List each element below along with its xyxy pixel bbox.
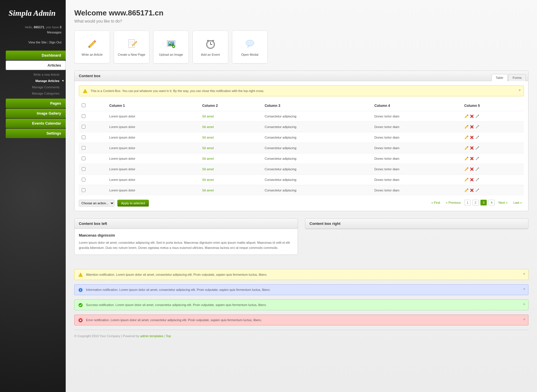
row-link[interactable]: Sit amet (202, 136, 214, 139)
delete-icon[interactable] (470, 188, 474, 193)
nav-item-pages[interactable]: Pages (6, 99, 66, 108)
page-number[interactable]: 3 (480, 200, 487, 205)
tools-icon[interactable] (475, 188, 480, 193)
edit-icon[interactable] (464, 167, 469, 171)
pencil-icon (86, 38, 98, 50)
shortcut-upload-an-image[interactable]: Upload an Image (153, 31, 189, 63)
content-box-right: Content box right (305, 218, 529, 229)
edit-icon[interactable] (464, 146, 469, 150)
row-checkbox[interactable] (82, 178, 85, 181)
row-link[interactable]: Sit amet (202, 167, 214, 171)
tools-icon[interactable] (475, 167, 480, 171)
page-prev[interactable]: « Previous (444, 200, 463, 205)
nav-item-settings[interactable]: Settings (6, 129, 66, 138)
tools-icon[interactable] (475, 114, 480, 119)
edit-icon[interactable] (464, 114, 469, 119)
page-last[interactable]: Last » (511, 200, 524, 205)
apply-button[interactable]: Apply to selected (117, 200, 149, 207)
svg-point-29 (79, 303, 83, 307)
select-all-checkbox[interactable] (82, 103, 85, 107)
table-notification: ! This is a Content Box. You can put wha… (79, 85, 524, 96)
svg-point-17 (478, 115, 479, 116)
nav-item-articles[interactable]: Articles (6, 61, 66, 70)
row-actions (464, 188, 521, 193)
delete-icon[interactable] (470, 135, 474, 140)
table-row: Lorem ipsum dolorSit ametConsectetur adi… (79, 122, 524, 132)
page-number[interactable]: 2 (472, 200, 479, 205)
tools-icon[interactable] (475, 125, 480, 129)
row-checkbox[interactable] (82, 188, 85, 192)
delete-icon[interactable] (470, 146, 474, 150)
nav-item-dashboard[interactable]: Dashboard (6, 51, 66, 60)
shortcut-write-an-article[interactable]: Write an Article (74, 31, 110, 63)
svg-point-14 (246, 40, 254, 46)
tab-forms[interactable]: Forms (508, 74, 526, 81)
row-link[interactable]: Sit amet (202, 115, 214, 118)
nav-item-image-gallery[interactable]: Image Gallery (6, 109, 66, 118)
shortcut-open-modal[interactable]: Open Modal (232, 31, 268, 63)
close-icon[interactable]: × (523, 302, 525, 306)
sign-out-link[interactable]: Sign Out (49, 41, 61, 44)
page-next[interactable]: Next » (496, 200, 510, 205)
row-checkbox[interactable] (82, 135, 85, 139)
subnav-item-manage-categories[interactable]: Manage Categories (0, 90, 66, 97)
column-header: Column 2 (199, 101, 262, 111)
page-first[interactable]: « First (429, 200, 442, 205)
footer-link-top[interactable]: Top (166, 334, 171, 338)
svg-point-19 (478, 136, 479, 137)
main-content: Welcome www.865171.cn What would you lik… (66, 0, 537, 392)
delete-icon[interactable] (470, 114, 474, 119)
close-icon[interactable]: × (523, 287, 525, 291)
row-actions (464, 114, 521, 119)
close-icon[interactable]: × (523, 272, 525, 276)
subnav-item-write-a-new-article[interactable]: Write a new Article (0, 71, 66, 78)
content-box-tabs: TableForms (491, 74, 526, 81)
row-link[interactable]: Sit amet (202, 157, 214, 160)
close-icon[interactable]: × (518, 88, 521, 92)
row-link[interactable]: Sit amet (202, 125, 214, 129)
logo: Simpla Admin (0, 0, 66, 25)
row-actions (464, 125, 521, 129)
success-notification: Success notification. Lorem ipsum dolor … (74, 299, 528, 310)
row-checkbox[interactable] (82, 146, 85, 150)
page-number[interactable]: 1 (464, 200, 471, 205)
tools-icon[interactable] (475, 177, 480, 182)
profile-links: Hello, 865171, you have 3 Messages View … (0, 25, 66, 51)
tools-icon[interactable] (475, 135, 480, 140)
tab-table[interactable]: Table (492, 74, 508, 81)
bulk-action-select[interactable]: Choose an action... (79, 200, 115, 207)
edit-icon[interactable] (464, 177, 469, 182)
edit-icon[interactable] (464, 156, 469, 161)
row-checkbox[interactable] (82, 125, 85, 129)
edit-icon[interactable] (464, 125, 469, 129)
tools-icon[interactable] (475, 156, 480, 161)
delete-icon[interactable] (470, 156, 474, 161)
pagination: « First« Previous1234Next »Last » (429, 200, 524, 205)
row-link[interactable]: Sit amet (202, 146, 214, 150)
tools-icon[interactable] (475, 146, 480, 150)
row-checkbox[interactable] (82, 167, 85, 171)
image-icon (165, 38, 177, 50)
shortcut-add-an-event[interactable]: Add an Event (193, 31, 228, 63)
nav-item-events-calendar[interactable]: Events Calendar (6, 119, 66, 128)
subnav-item-manage-comments[interactable]: Manage Comments (0, 84, 66, 90)
delete-icon[interactable] (470, 125, 474, 129)
subnav-item-manage-articles[interactable]: Manage Articles (0, 78, 66, 84)
footer-link-templates[interactable]: admin templates (140, 334, 163, 338)
close-icon[interactable]: × (523, 317, 525, 321)
edit-icon[interactable] (464, 135, 469, 140)
page-number[interactable]: 4 (488, 200, 495, 205)
view-site-link[interactable]: View the Site (28, 41, 47, 44)
row-checkbox[interactable] (82, 157, 85, 160)
edit-icon[interactable] (464, 188, 469, 193)
row-checkbox[interactable] (82, 114, 85, 118)
svg-point-21 (478, 157, 479, 158)
messages-link[interactable]: Messages (47, 31, 61, 34)
column-header: Column 5 (461, 101, 524, 111)
shortcut-create-a-new-page[interactable]: Create a New Page (114, 31, 149, 63)
delete-icon[interactable] (470, 167, 474, 171)
row-link[interactable]: Sit amet (202, 178, 214, 181)
svg-point-22 (478, 167, 479, 169)
row-link[interactable]: Sit amet (202, 189, 214, 192)
delete-icon[interactable] (470, 177, 474, 182)
